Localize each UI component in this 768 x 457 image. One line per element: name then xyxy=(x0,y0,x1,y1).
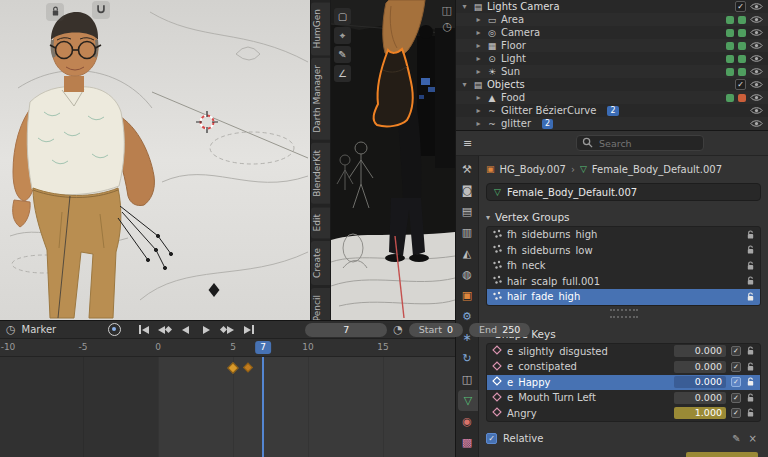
object-tab[interactable]: ▣ xyxy=(456,285,478,306)
next-keyframe-button[interactable] xyxy=(219,323,236,336)
world-tab[interactable]: ◍ xyxy=(456,264,478,285)
object-data-tab[interactable]: ▽ xyxy=(458,390,478,411)
render-tab[interactable]: ◙ xyxy=(456,180,478,201)
sidebar-tab-edit[interactable]: Edit xyxy=(311,207,330,238)
hide-eye-icon[interactable] xyxy=(750,80,763,89)
shape-key-row-active[interactable]: e_Happy 0.000 ✓ xyxy=(487,375,760,391)
measure-tool-button[interactable]: ∠ xyxy=(334,65,351,82)
properties-editor-icon[interactable]: ≡ xyxy=(463,137,472,150)
timeline-track-area[interactable] xyxy=(0,357,455,457)
outliner-row-glitter-beziercurve[interactable]: ▸ ~ Glitter BézierCurve 2 xyxy=(456,104,768,117)
properties-search-box[interactable] xyxy=(576,135,704,151)
lock-icon[interactable] xyxy=(746,245,755,255)
shape-key-value-slider[interactable]: 0.000 xyxy=(674,376,726,388)
users-count-badge[interactable]: 2 xyxy=(542,119,553,129)
play-reverse-button[interactable] xyxy=(177,323,194,336)
auto-keyframe-toggle[interactable] xyxy=(108,323,121,336)
current-frame-field[interactable]: 7 xyxy=(305,323,387,337)
vertex-group-row[interactable]: hair_scalp_full.001 xyxy=(487,274,760,290)
lock-icon[interactable] xyxy=(746,377,755,387)
vertex-group-row[interactable]: fh_sideburns_high xyxy=(487,227,760,243)
shape-key-row[interactable]: e_constipated 0.000 ✓ xyxy=(487,359,760,375)
marker-menu[interactable]: Marker xyxy=(22,324,57,335)
sidebar-tab-blenderkit[interactable]: BlenderKit xyxy=(311,143,330,204)
outliner-row-lights-camera[interactable]: ▾ ▤ Lights Camera ✓ xyxy=(456,0,768,13)
jump-to-start-button[interactable] xyxy=(135,323,152,336)
chevron-right-icon[interactable]: ▸ xyxy=(474,41,483,50)
outliner-row-objects[interactable]: ▾ ▤ Objects ✓ xyxy=(456,78,768,91)
constraints-tab[interactable]: ◫ xyxy=(456,369,478,390)
breadcrumb-data[interactable]: Female_Body_Default.007 xyxy=(592,164,722,175)
breadcrumb-object[interactable]: HG_Body.007 xyxy=(500,164,566,175)
chevron-right-icon[interactable]: ▸ xyxy=(474,67,483,76)
sidebar-tab-darth-manager[interactable]: Darth Manager xyxy=(311,58,330,140)
lock-icon[interactable] xyxy=(746,393,755,403)
lock-icon[interactable] xyxy=(746,346,755,356)
mesh-data-name-field[interactable]: ▽ Female_Body_Default.007 xyxy=(486,183,761,201)
edit-mode-icon[interactable]: ✎ xyxy=(732,433,740,444)
shape-key-row[interactable]: e_slightly_disgusted 0.000 ✓ xyxy=(487,344,760,360)
shape-key-row[interactable]: Angry 1.000 ✓ xyxy=(487,406,760,422)
hide-eye-icon[interactable] xyxy=(750,28,763,37)
chevron-down-icon[interactable]: ▾ xyxy=(460,2,469,11)
lock-toggle-button[interactable] xyxy=(46,3,64,21)
collection-exclude-checkbox[interactable]: ✓ xyxy=(735,79,746,90)
outliner-row-food[interactable]: ▸ ▲ Food xyxy=(456,91,768,104)
shape-key-value-slider[interactable]: 1.000 xyxy=(674,407,726,419)
lock-icon[interactable] xyxy=(746,261,755,271)
vertex-group-row-active[interactable]: hair_fade_high xyxy=(487,289,760,305)
chevron-right-icon[interactable]: ▸ xyxy=(474,28,483,37)
physics-tab[interactable]: ↻ xyxy=(456,348,478,369)
outliner-row-area[interactable]: ▸ ▭ Area xyxy=(456,13,768,26)
preview-range-clock-icon[interactable]: ◔ xyxy=(393,323,403,336)
lock-icon[interactable] xyxy=(746,408,755,418)
previous-keyframe-button[interactable] xyxy=(156,323,173,336)
value-slider-partial[interactable] xyxy=(686,452,758,457)
shape-key-mute-checkbox[interactable]: ✓ xyxy=(731,362,741,372)
hide-eye-icon[interactable] xyxy=(750,41,763,50)
sidebar-tab-humgen[interactable]: HumGen xyxy=(311,2,330,55)
outliner-row-sun[interactable]: ▸ ☀ Sun xyxy=(456,65,768,78)
lock-icon[interactable] xyxy=(746,292,755,302)
shape-key-value-slider[interactable]: 0.000 xyxy=(674,345,726,357)
lock-icon[interactable] xyxy=(746,276,755,286)
jump-to-end-button[interactable] xyxy=(240,323,257,336)
scene-tab[interactable]: ◭ xyxy=(456,243,478,264)
box-select-tool-button[interactable]: ▢ xyxy=(334,8,351,25)
outliner-row-glitter[interactable]: ▸ ~ glitter 2 xyxy=(456,117,768,130)
viewport-3d-left[interactable] xyxy=(0,0,310,320)
playhead-frame-label[interactable]: 7 xyxy=(255,341,271,354)
lock-icon[interactable] xyxy=(746,362,755,372)
vertex-group-row[interactable]: fh_sideburns_low xyxy=(487,243,760,259)
material-tab[interactable]: ◉ xyxy=(456,411,478,432)
shape-key-value-slider[interactable]: 0.000 xyxy=(674,361,726,373)
overlays-toggle-icon[interactable]: ◫ xyxy=(442,4,452,17)
annotate-tool-button[interactable]: ✎ xyxy=(334,46,351,63)
start-frame-field[interactable]: Start 0 xyxy=(409,323,463,337)
shape-key-mute-checkbox[interactable]: ✓ xyxy=(731,393,741,403)
shape-key-row[interactable]: e_Mouth Turn Left 0.000 ✓ xyxy=(487,390,760,406)
shape-key-mute-checkbox[interactable]: ✓ xyxy=(731,408,741,418)
timeline-ruler[interactable]: -10 -5 0 5 10 15 7 xyxy=(0,339,455,357)
playhead[interactable] xyxy=(262,357,264,457)
users-count-badge[interactable]: 2 xyxy=(607,106,618,116)
end-frame-field[interactable]: End 250 xyxy=(469,323,530,337)
hide-eye-icon[interactable] xyxy=(750,2,763,11)
tool-tab[interactable]: ⚒ xyxy=(456,159,478,180)
shape-key-mute-checkbox[interactable]: ✓ xyxy=(731,377,741,387)
panel-resize-grip[interactable] xyxy=(610,309,638,318)
texture-tab[interactable]: ▩ xyxy=(456,432,478,453)
vertex-group-row[interactable]: fh_neck xyxy=(487,258,760,274)
timeline-editor-icon[interactable]: ◷ xyxy=(6,323,16,336)
lock-icon[interactable] xyxy=(746,230,755,240)
sidebar-tab-create[interactable]: Create xyxy=(311,241,330,285)
gizmos-toggle-icon[interactable]: ◷ xyxy=(442,20,452,33)
shape-key-value-slider[interactable]: 0.000 xyxy=(674,392,726,404)
chevron-right-icon[interactable]: ▸ xyxy=(474,54,483,63)
outliner-row-camera[interactable]: ▸ ◎ Camera xyxy=(456,26,768,39)
chevron-right-icon[interactable]: ▸ xyxy=(474,106,483,115)
cursor-tool-button[interactable]: ⌖ xyxy=(334,27,351,44)
outliner-row-floor[interactable]: ▸ ▦ Floor xyxy=(456,39,768,52)
hide-eye-icon[interactable] xyxy=(750,119,763,128)
keyframe-diamond[interactable] xyxy=(227,362,238,373)
